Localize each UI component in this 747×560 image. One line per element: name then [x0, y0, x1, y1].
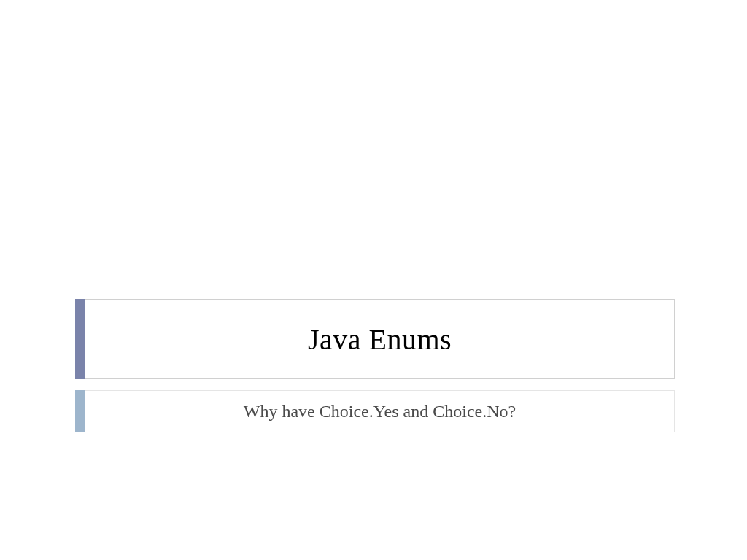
slide-title: Java Enums: [308, 322, 452, 357]
title-block: Java Enums: [75, 299, 675, 379]
title-accent-bar: [75, 299, 85, 379]
slide-container: Java Enums Why have Choice.Yes and Choic…: [0, 0, 747, 560]
subtitle-block: Why have Choice.Yes and Choice.No?: [75, 390, 675, 432]
subtitle-accent-bar: [75, 390, 85, 432]
slide-subtitle: Why have Choice.Yes and Choice.No?: [244, 402, 516, 421]
subtitle-content-box: Why have Choice.Yes and Choice.No?: [85, 390, 675, 432]
title-content-box: Java Enums: [85, 299, 675, 379]
